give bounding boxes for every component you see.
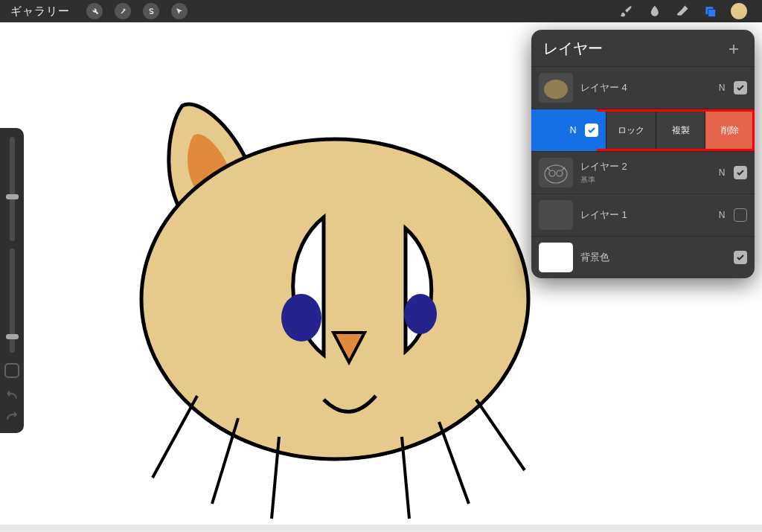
- color-swatch-icon: [731, 3, 747, 19]
- layers-title: レイヤー: [543, 39, 603, 59]
- layer-name: レイヤー 1: [580, 208, 714, 222]
- wand-icon: [115, 3, 131, 19]
- redo-button[interactable]: [4, 408, 20, 425]
- smudge-icon: [647, 4, 662, 19]
- cursor-icon: [171, 3, 188, 19]
- selection-button[interactable]: [137, 0, 165, 22]
- blend-mode[interactable]: N: [714, 83, 729, 93]
- left-sidebar: [0, 128, 24, 433]
- brush-icon: [618, 4, 633, 19]
- layers-button[interactable]: [697, 0, 725, 22]
- layer-reference-label: 基準: [580, 175, 714, 185]
- svg-point-3: [544, 80, 568, 99]
- undo-button[interactable]: [4, 388, 20, 404]
- layer-thumb: [539, 243, 573, 272]
- svg-point-6: [557, 170, 563, 176]
- cat-drawing: [82, 61, 558, 522]
- layer-row[interactable]: レイヤー 4 N: [531, 66, 755, 109]
- layer-thumb: [539, 200, 573, 230]
- visibility-checkbox[interactable]: [585, 124, 598, 137]
- layer-name: レイヤー 2 基準: [580, 160, 714, 185]
- eraser-icon: [675, 4, 690, 19]
- slider-thumb[interactable]: [6, 334, 19, 339]
- adjustments-button[interactable]: [109, 0, 137, 22]
- eraser-button[interactable]: [668, 0, 697, 22]
- lock-layer-button[interactable]: ロック: [606, 109, 656, 151]
- right-tool-group: [612, 0, 762, 22]
- redo-icon: [5, 411, 19, 422]
- modify-button[interactable]: [4, 363, 19, 378]
- visibility-checkbox[interactable]: [734, 208, 747, 222]
- blend-mode[interactable]: N: [714, 167, 729, 178]
- layer-row-swiped: N ロック 複製 削除: [531, 109, 755, 151]
- svg-point-0: [141, 139, 528, 459]
- swipe-actions: ロック 複製 削除: [606, 109, 755, 151]
- layers-header: レイヤー: [531, 30, 755, 66]
- brush-opacity-slider[interactable]: [10, 249, 15, 353]
- color-button[interactable]: [725, 0, 753, 22]
- blend-mode[interactable]: N: [566, 125, 580, 135]
- visibility-checkbox[interactable]: [734, 166, 747, 179]
- visibility-checkbox[interactable]: [734, 251, 747, 264]
- plus-icon: [727, 42, 740, 56]
- blend-mode[interactable]: N: [714, 210, 729, 220]
- delete-layer-button[interactable]: 削除: [705, 109, 755, 151]
- layer-name: 背景色: [580, 251, 714, 264]
- svg-point-4: [545, 165, 567, 183]
- duplicate-layer-button[interactable]: 複製: [656, 109, 705, 151]
- layers-popover: レイヤー レイヤー 4 N N ロック 複製 削除: [531, 30, 755, 278]
- visibility-checkbox[interactable]: [734, 81, 747, 94]
- svg-point-1: [281, 294, 321, 342]
- top-toolbar: ギャラリー: [0, 0, 762, 22]
- brush-button[interactable]: [612, 0, 640, 22]
- brush-size-slider[interactable]: [10, 137, 15, 241]
- undo-icon: [5, 391, 19, 401]
- left-tool-group: [80, 0, 193, 22]
- layer-row-background[interactable]: 背景色: [531, 236, 755, 278]
- svg-point-2: [404, 294, 437, 334]
- layer-row[interactable]: レイヤー 1 N: [531, 193, 755, 236]
- s-icon: [143, 3, 159, 19]
- layer-row[interactable]: レイヤー 2 基準 N: [531, 151, 755, 193]
- slider-thumb[interactable]: [6, 194, 19, 199]
- wrench-icon: [86, 3, 103, 19]
- add-layer-button[interactable]: [725, 40, 743, 58]
- layer-name: レイヤー 4: [580, 81, 714, 94]
- layer-thumb: [539, 73, 573, 103]
- actions-button[interactable]: [80, 0, 109, 22]
- layer-thumb: [539, 158, 573, 188]
- smudge-button[interactable]: [640, 0, 668, 22]
- svg-point-5: [549, 170, 555, 176]
- layer-row-selected[interactable]: N: [531, 109, 606, 151]
- canvas-bottom-bar: [0, 525, 762, 532]
- transform-button[interactable]: [165, 0, 193, 22]
- gallery-button[interactable]: ギャラリー: [0, 4, 80, 19]
- layers-icon: [703, 4, 718, 19]
